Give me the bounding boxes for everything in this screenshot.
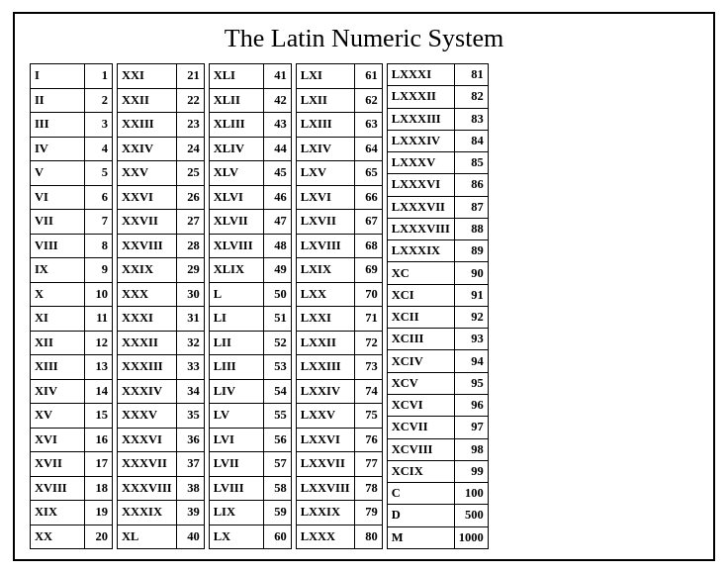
arabic-number: 26 [176, 185, 204, 210]
table-row: LXXIII73 [296, 355, 382, 380]
table-row: XIX19 [31, 501, 113, 525]
table-row: XCIX99 [387, 460, 488, 482]
roman-numeral: XVI [31, 428, 85, 452]
table-row: VIII8 [31, 234, 113, 258]
arabic-number: 11 [85, 307, 113, 332]
arabic-number: 33 [176, 355, 204, 380]
roman-numeral: XXXV [118, 404, 177, 429]
table-row: I1 [31, 64, 113, 89]
table-row: XXXVIII38 [118, 476, 205, 501]
table-row: LXIX69 [296, 258, 382, 283]
roman-numeral: XXXIX [118, 501, 177, 525]
arabic-number: 56 [263, 428, 291, 452]
arabic-number: 85 [454, 152, 488, 174]
roman-numeral: XXXVIII [118, 476, 177, 501]
table-row: XLVIII48 [209, 234, 291, 258]
roman-numeral: LXX [296, 282, 354, 307]
arabic-number: 71 [354, 307, 382, 332]
roman-numeral: XCI [387, 284, 454, 306]
table-row: LXIV64 [296, 137, 382, 161]
roman-numeral: LXXXVIII [387, 218, 454, 239]
table-row: XLVII47 [209, 210, 291, 235]
numeral-table-2: XXI21XXII22XXIII23XXIV24XXV25XXVI26XXVII… [117, 63, 205, 549]
roman-numeral: L [209, 282, 263, 307]
roman-numeral: LXXXIX [387, 240, 454, 262]
roman-numeral: V [31, 161, 85, 186]
roman-numeral: XXII [118, 88, 177, 113]
table-row: LVII57 [209, 452, 291, 477]
roman-numeral: XLVIII [209, 234, 263, 258]
roman-numeral: XCVIII [387, 438, 454, 460]
arabic-number: 28 [176, 234, 204, 258]
arabic-number: 82 [454, 86, 488, 108]
arabic-number: 74 [354, 379, 382, 404]
arabic-number: 98 [454, 438, 488, 460]
arabic-number: 50 [263, 282, 291, 307]
arabic-number: 38 [176, 476, 204, 501]
table-row: III3 [31, 113, 113, 138]
arabic-number: 29 [176, 258, 204, 283]
table-row: LXXI71 [296, 307, 382, 332]
roman-numeral: XIX [31, 501, 85, 525]
arabic-number: 16 [85, 428, 113, 452]
roman-numeral: LVI [209, 428, 263, 452]
table-row: XXXIX39 [118, 501, 205, 525]
roman-numeral: LI [209, 307, 263, 332]
roman-numeral: XXV [118, 161, 177, 186]
arabic-number: 51 [263, 307, 291, 332]
arabic-number: 45 [263, 161, 291, 186]
table-row: IV4 [31, 137, 113, 161]
table-row: XL40 [118, 525, 205, 549]
roman-numeral: LXXXIV [387, 130, 454, 151]
table-row: VII7 [31, 210, 113, 235]
table-row: V5 [31, 161, 113, 186]
table-row: XCV95 [387, 372, 488, 394]
roman-numeral: XLIII [209, 113, 263, 138]
table-row: LX60 [209, 525, 291, 549]
table-row: XVI16 [31, 428, 113, 452]
roman-numeral: XXXIII [118, 355, 177, 380]
table-row: XLIV44 [209, 137, 291, 161]
arabic-number: 22 [176, 88, 204, 113]
table-row: LXXXIV84 [387, 130, 488, 151]
roman-numeral: C [387, 483, 454, 505]
table-row: XXXI31 [118, 307, 205, 332]
arabic-number: 21 [176, 64, 204, 89]
table-row: XXXVI36 [118, 428, 205, 452]
arabic-number: 59 [263, 501, 291, 525]
roman-numeral: XXX [118, 282, 177, 307]
arabic-number: 60 [263, 525, 291, 549]
arabic-number: 19 [85, 501, 113, 525]
arabic-number: 40 [176, 525, 204, 549]
arabic-number: 67 [354, 210, 382, 235]
table-row: LXXV75 [296, 404, 382, 429]
table-row: XXI21 [118, 64, 205, 89]
arabic-number: 64 [354, 137, 382, 161]
table-row: XCVIII98 [387, 438, 488, 460]
roman-numeral: M [387, 526, 454, 548]
table-row: XIV14 [31, 379, 113, 404]
arabic-number: 18 [85, 476, 113, 501]
arabic-number: 63 [354, 113, 382, 138]
roman-numeral: XX [31, 525, 85, 549]
table-row: VI6 [31, 185, 113, 210]
roman-numeral: XI [31, 307, 85, 332]
roman-numeral: IX [31, 258, 85, 283]
table-row: XXV25 [118, 161, 205, 186]
table-row: LII52 [209, 331, 291, 355]
arabic-number: 43 [263, 113, 291, 138]
table-row: XCIV94 [387, 350, 488, 372]
table-row: LIX59 [209, 501, 291, 525]
page-title: The Latin Numeric System [30, 24, 698, 53]
roman-numeral: VIII [31, 234, 85, 258]
arabic-number: 9 [85, 258, 113, 283]
table-row: XVII17 [31, 452, 113, 477]
arabic-number: 13 [85, 355, 113, 380]
arabic-number: 24 [176, 137, 204, 161]
arabic-number: 78 [354, 476, 382, 501]
table-row: LXXXVI86 [387, 174, 488, 196]
arabic-number: 79 [354, 501, 382, 525]
roman-numeral: LXXVII [296, 452, 354, 477]
numeral-table-3: XLI41XLII42XLIII43XLIV44XLV45XLVI46XLVII… [209, 63, 292, 549]
table-row: LIII53 [209, 355, 291, 380]
